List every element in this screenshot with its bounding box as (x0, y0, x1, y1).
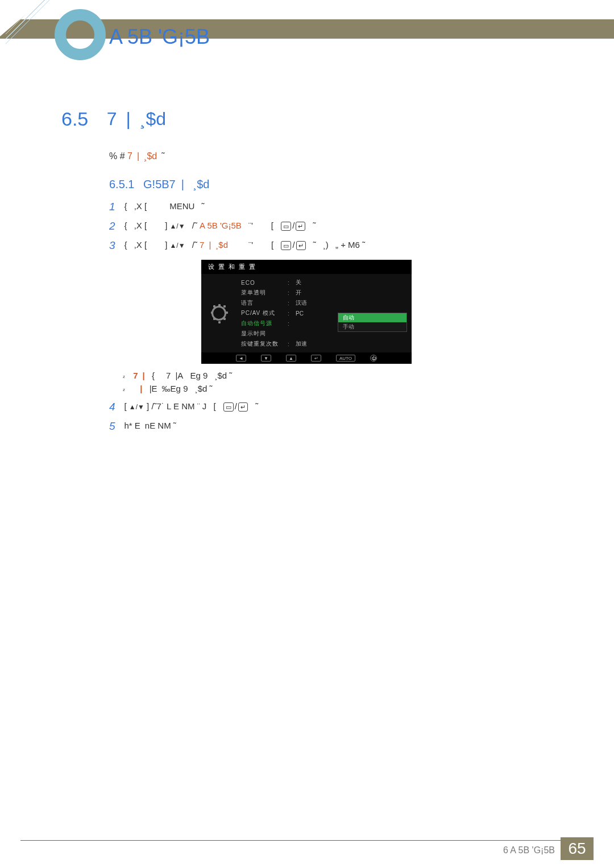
section-title: 7ﾠ|ﾠ¸$d (107, 109, 166, 130)
up-down-arrows-icon: ▲/▼ (129, 403, 144, 411)
osd-title: 设 置 和 重 置 (201, 260, 412, 274)
enter-icon: ↵ (238, 402, 248, 412)
intro-line: % # 7ﾠ|ﾠ¸$dﾠ˜ (109, 151, 165, 161)
osd-dropdown: 自动 手动 (338, 313, 407, 332)
footer-chapter: 6 A 5B 'G¡5B (503, 845, 555, 855)
steps-list-cont: 4 [ ▲/▼ ] /˜7˙ L E NM ¨ J ﾠ[ﾠ ▭/↵ ﾠ˜ 5 h… (109, 401, 258, 439)
section-number: 6.5 (61, 108, 88, 130)
up-down-arrows-icon: ▲/▼ (169, 242, 185, 250)
screen-icon: ▭ (281, 241, 291, 250)
osd-footer: ◄ ▼ ▲ ↵ AUTO ⏻ (201, 352, 412, 364)
subsection-heading: 6.5.1ﾠ G!5B7ﾠ|ﾠ ¸$d (109, 178, 209, 191)
step-1: 1 {ﾠ ,X [ﾠﾠﾠﾠﾠMENU ﾠ˜ (109, 201, 541, 214)
power-icon: ⏻ (370, 355, 377, 362)
osd-row: ECO:关 (237, 277, 412, 288)
up-icon: ▲ (286, 355, 296, 362)
screen-icon: ▭ (281, 222, 291, 231)
gear-icon (211, 306, 226, 321)
osd-row: 语言:汉语 (237, 298, 412, 308)
step-2: 2 {ﾠ ,X [ﾠﾠﾠﾠ] ▲/▼ ﾠ/˜ A 5B 'G¡5Bﾠ ¨'ﾠﾠﾠ… (109, 220, 541, 234)
osd-row: 菜单透明:开 (237, 288, 412, 298)
section-heading: 6.5 7ﾠ|ﾠ¸$d (61, 108, 166, 130)
bullet-row: z 7ﾠ|ﾠ {ﾠﾠ 7ﾠ|Aﾠ Eg 9ﾠ ¸$d ˜ (123, 371, 232, 380)
page-number: 65 (561, 837, 594, 860)
auto-button-icon: AUTO (336, 355, 355, 362)
up-down-arrows-icon: ▲/▼ (169, 222, 185, 230)
down-icon: ▼ (261, 355, 271, 362)
step-4: 4 [ ▲/▼ ] /˜7˙ L E NM ¨ J ﾠ[ﾠ ▭/↵ ﾠ˜ (109, 401, 258, 414)
steps-list: 1 {ﾠ ,X [ﾠﾠﾠﾠﾠMENU ﾠ˜ 2 {ﾠ ,X [ﾠﾠﾠﾠ] ▲/▼… (109, 201, 541, 259)
step-5: 5 h* EﾠnE NM ˜ (109, 420, 258, 434)
enter-icon: ↵ (311, 355, 321, 362)
option-bullets: z 7ﾠ|ﾠ {ﾠﾠ 7ﾠ|Aﾠ Eg 9ﾠ ¸$d ˜ z ﾠ |ﾠ |Eﾠ‰… (123, 371, 232, 397)
enter-icon: ↵ (296, 222, 305, 231)
page-title: A 5B 'G¡5B (109, 25, 210, 49)
left-icon: ◄ (236, 355, 246, 362)
osd-row: 按键重复次数:加速 (237, 339, 412, 349)
bullet-row: z ﾠ |ﾠ |Eﾠ‰Eg 9ﾠ ¸$d ˜ (123, 384, 232, 393)
footer-divider (20, 840, 594, 841)
osd-screenshot: 设 置 和 重 置 ECO:关 菜单透明:开 语言:汉语 PC/AV 模式:PC… (201, 260, 412, 362)
enter-icon: ↵ (296, 241, 306, 250)
screen-icon: ▭ (223, 402, 234, 412)
chapter-circle-icon (55, 9, 106, 60)
step-3: 3 {ﾠ ,X [ﾠﾠﾠﾠ] ▲/▼ ﾠ/˜ 7ﾠ|ﾠ¸$dﾠﾠﾠﾠ ¨'ﾠﾠﾠ… (109, 239, 541, 253)
